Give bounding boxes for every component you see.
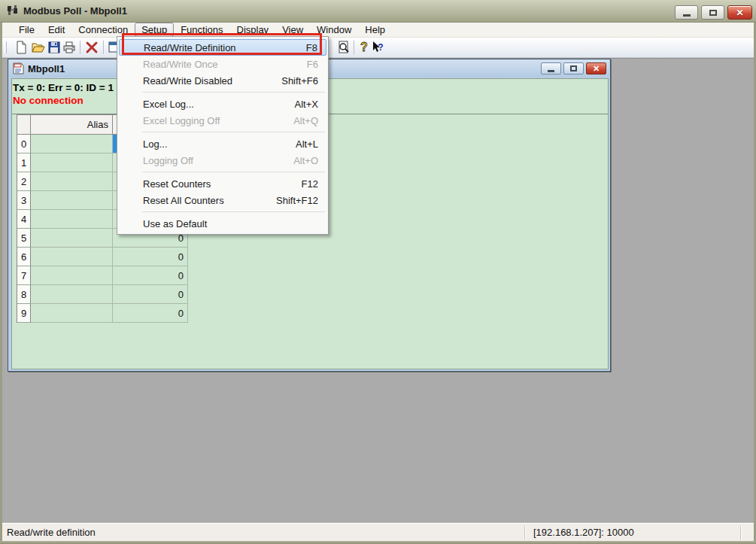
status-bar: Read/write definition [192.168.1.207]: 1… [2,523,754,541]
child-restore-button[interactable] [563,62,584,74]
menuitem-shortcut: F6 [307,59,318,70]
toolbar-grip [5,41,7,53]
row-header[interactable]: 1 [17,153,31,172]
menuitem-label: Excel Logging Off [143,115,220,126]
window-border-left [0,23,2,544]
app-icon [6,5,19,17]
main-titlebar: Modbus Poll - Mbpoll1 ✕ [0,0,756,23]
menuitem-shortcut: Shift+F12 [276,195,318,206]
row-header[interactable]: 9 [17,304,31,323]
alias-cell[interactable] [31,210,113,229]
menuitem-reset-counters[interactable]: Reset Counters F12 [117,175,328,192]
menuitem-log[interactable]: Log... Alt+L [117,135,328,152]
status-message: Read/write definition [7,527,96,538]
document-icon [13,62,24,74]
menuitem-label: Logging Off [143,155,193,166]
restore-icon [570,65,577,71]
row-header[interactable]: 4 [17,210,31,229]
menu-file[interactable]: File [12,23,41,37]
menuitem-label: Excel Log... [143,99,194,110]
menuitem-shortcut: Alt+Q [293,115,318,126]
new-document-icon[interactable] [14,40,29,55]
row-header[interactable]: 2 [17,172,31,191]
open-file-icon[interactable] [31,40,46,55]
alias-cell[interactable] [31,135,113,153]
alias-cell[interactable] [31,285,113,304]
menuitem-label: Reset Counters [143,178,211,190]
cancel-icon[interactable] [84,40,99,55]
toolbar-separator [103,41,104,54]
alias-cell[interactable] [31,153,113,172]
menu-separator [142,211,325,212]
menuitem-excel-logging-off: Excel Logging Off Alt+Q [117,112,328,129]
help-icon[interactable]: ? [357,40,372,55]
toolbar: ? ? [2,38,754,58]
menuitem-read-write-disabled[interactable]: Read/Write Disabled Shift+F6 [117,72,328,89]
menuitem-read-write-once: Read/Write Once F6 [117,56,328,72]
minimize-icon [548,70,554,72]
value-cell[interactable]: 0 [113,304,188,323]
row-header[interactable]: 6 [17,248,31,266]
menu-separator [142,92,325,93]
menuitem-shortcut: Shift+F6 [281,75,318,87]
alias-cell[interactable] [31,248,113,266]
statusbar-divider [524,526,525,539]
row-header[interactable]: 8 [17,285,31,304]
menuitem-label: Read/Write Once [143,59,217,70]
toolbar-separator [354,41,354,54]
minimize-button[interactable] [675,5,698,20]
menuitem-logging-off: Logging Off Alt+O [117,152,328,169]
menuitem-use-as-default[interactable]: Use as Default [117,215,328,232]
close-icon: ✕ [736,8,743,17]
toolbar-separator [80,41,80,54]
menuitem-label: Log... [143,138,168,150]
context-help-icon[interactable]: ? [370,40,385,55]
setup-dropdown-menu: Read/Write Definition F8 Read/Write Once… [117,36,329,235]
maximize-button[interactable] [701,5,724,20]
print-icon[interactable] [62,40,77,55]
row-header[interactable]: 7 [17,266,31,285]
child-window-title: Mbpoll1 [28,63,65,74]
svg-text:?: ? [360,41,368,53]
menuitem-label: Read/Write Disabled [143,75,232,87]
row-header[interactable]: 3 [17,191,31,210]
modbus-poll-window: Modbus Poll - Mbpoll1 ✕ File Edit Connec… [0,0,756,544]
row-header[interactable]: 0 [17,135,31,153]
menu-edit[interactable]: Edit [41,23,71,37]
statusbar-divider [740,526,741,539]
menuitem-label: Reset All Counters [143,195,224,206]
alias-cell[interactable] [31,304,113,323]
menu-separator [142,172,325,172]
alias-cell[interactable] [31,266,113,285]
child-minimize-button[interactable] [541,62,561,74]
maximize-icon [709,10,717,16]
row-header[interactable]: 5 [17,229,31,248]
menu-help[interactable]: Help [358,23,392,37]
menuitem-label: Use as Default [143,218,207,229]
menuitem-shortcut: Alt+X [295,99,318,110]
close-icon: ✕ [593,65,600,73]
alias-cell[interactable] [31,229,113,248]
child-close-button[interactable]: ✕ [586,62,606,74]
close-button[interactable]: ✕ [727,5,752,20]
value-cell[interactable]: 0 [113,248,188,266]
minimize-icon [683,14,691,17]
menuitem-excel-log[interactable]: Excel Log... Alt+X [117,96,328,112]
window-border-bottom [0,541,756,544]
value-cell[interactable]: 0 [113,285,188,304]
menuitem-reset-all-counters[interactable]: Reset All Counters Shift+F12 [117,192,328,208]
annotation-highlight-box [122,33,322,55]
value-cell[interactable]: 0 [113,266,188,285]
connection-address: [192.168.1.207]: 10000 [533,527,634,538]
grid-corner-cell [17,115,31,135]
print-preview-icon[interactable] [336,40,351,55]
save-icon[interactable] [47,40,62,55]
menuitem-shortcut: Alt+L [296,138,318,150]
menu-separator [142,132,325,132]
alias-cell[interactable] [31,191,113,210]
menuitem-shortcut: F12 [302,178,318,190]
window-title: Modbus Poll - Mbpoll1 [23,5,127,17]
svg-text:?: ? [378,42,383,53]
alias-column-header[interactable]: Alias [31,115,113,135]
alias-cell[interactable] [31,172,113,191]
